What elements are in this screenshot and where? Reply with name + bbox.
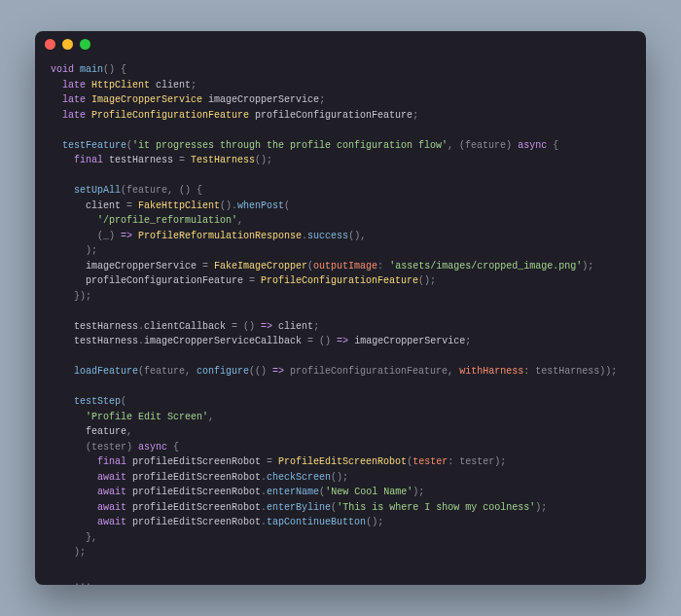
punct: : tester); <box>448 456 506 467</box>
keyword: async <box>138 442 167 453</box>
keyword: final <box>74 155 103 165</box>
fn: whenPost <box>237 200 284 211</box>
ident: imageCropperService <box>86 261 197 272</box>
string: 'This is where I show my coolness' <box>337 502 535 513</box>
punct: ); <box>412 487 424 497</box>
type: FakeHttpClient <box>138 200 220 211</box>
fn: tapContinueButton <box>267 517 366 527</box>
keyword: => <box>272 366 284 377</box>
punct: = <box>243 275 261 286</box>
punct: = () <box>302 336 337 346</box>
punct: (feature, <box>138 366 197 377</box>
punct: , <box>208 412 214 422</box>
string: 'New Cool Name' <box>325 487 412 497</box>
type: FakeImageCropper <box>214 261 307 272</box>
punct: (); <box>366 517 383 527</box>
ident: profileConfigurationFeature <box>86 275 243 286</box>
fn: checkScreen <box>267 472 331 483</box>
close-icon[interactable] <box>45 39 55 50</box>
code-block: void main() { late HttpClient client; la… <box>51 62 630 585</box>
fn: loadFeature <box>74 366 138 377</box>
punct: (); <box>331 472 348 483</box>
minimize-icon[interactable] <box>62 39 73 50</box>
punct: ); <box>74 547 86 558</box>
ident: testHarness <box>109 155 173 165</box>
keyword: final <box>97 456 126 467</box>
ident: profileEditScreenRobot <box>132 487 261 497</box>
punct: = <box>121 200 138 211</box>
type: TestHarness <box>191 155 255 165</box>
punct: (_) <box>97 231 121 241</box>
keyword: await <box>97 472 126 483</box>
type: ProfileEditScreenRobot <box>278 456 407 467</box>
fn: setUpAll <box>74 185 121 196</box>
punct: : testHarness)); <box>523 366 617 377</box>
type: ProfileReformulationResponse <box>138 231 302 241</box>
keyword: => <box>121 231 132 241</box>
keyword: late <box>62 94 86 105</box>
keyword: await <box>97 517 126 527</box>
keyword: async <box>518 140 547 151</box>
named-arg: tester <box>412 456 448 467</box>
punct: , (feature) <box>448 140 518 151</box>
punct: , <box>237 215 243 226</box>
punct: = () <box>226 321 261 332</box>
ident: profileEditScreenRobot <box>132 456 261 467</box>
punct: ); <box>535 502 547 513</box>
ident: client <box>156 80 191 91</box>
punct: ( <box>284 200 290 211</box>
named-arg: withHarness <box>459 366 523 377</box>
keyword: late <box>62 110 86 121</box>
ident: feature <box>86 426 126 437</box>
punct: ; <box>412 110 418 121</box>
keyword: => <box>337 336 348 346</box>
named-arg: outputImage <box>313 261 377 272</box>
punct: }, <box>86 532 97 543</box>
punct: ( <box>121 396 126 407</box>
keyword: await <box>97 502 126 513</box>
punct: , <box>126 426 132 437</box>
fn: success <box>307 231 348 241</box>
ident: imageCropperServiceCallback <box>144 336 302 346</box>
punct: profileConfigurationFeature, <box>284 366 459 377</box>
punct: (tester) <box>86 442 138 453</box>
keyword: void <box>51 64 74 75</box>
fn: enterName <box>267 487 319 497</box>
punct: { <box>167 442 179 453</box>
punct: ); <box>582 261 593 272</box>
type: ProfileConfigurationFeature <box>91 110 249 121</box>
fn: testStep <box>74 396 121 407</box>
punct: : <box>377 261 389 272</box>
string: 'Profile Edit Screen' <box>86 412 208 422</box>
punct: }); <box>74 291 91 302</box>
ident: profileEditScreenRobot <box>132 517 261 527</box>
punct: = <box>197 261 214 272</box>
type: ProfileConfigurationFeature <box>261 275 418 286</box>
punct: (), <box>348 231 366 241</box>
string: 'assets/images/cropped_image.png' <box>389 261 582 272</box>
punct: ; <box>465 336 471 346</box>
ident: imageCropperService <box>354 336 465 346</box>
ident: imageCropperService <box>208 94 319 105</box>
ident: client <box>278 321 313 332</box>
fn: testFeature <box>62 140 126 151</box>
punct: (). <box>220 200 237 211</box>
code-editor-window: void main() { late HttpClient client; la… <box>35 31 646 585</box>
type: HttpClient <box>91 80 150 91</box>
fn: main <box>80 64 103 75</box>
punct: = <box>173 155 191 165</box>
string: '/profile_reformulation' <box>97 215 237 226</box>
zoom-icon[interactable] <box>80 39 90 50</box>
ident: profileEditScreenRobot <box>132 472 261 483</box>
punct: ... <box>74 577 91 585</box>
keyword: late <box>62 80 86 91</box>
fn: enterByline <box>267 502 331 513</box>
ident: client <box>86 200 121 211</box>
type: ImageCropperService <box>91 94 202 105</box>
window-titlebar <box>35 31 646 56</box>
ident: testHarness <box>74 321 138 332</box>
editor-viewport[interactable]: void main() { late HttpClient client; la… <box>35 56 646 585</box>
punct: ); <box>86 245 97 256</box>
punct: { <box>547 140 558 151</box>
punct: (); <box>255 155 272 165</box>
